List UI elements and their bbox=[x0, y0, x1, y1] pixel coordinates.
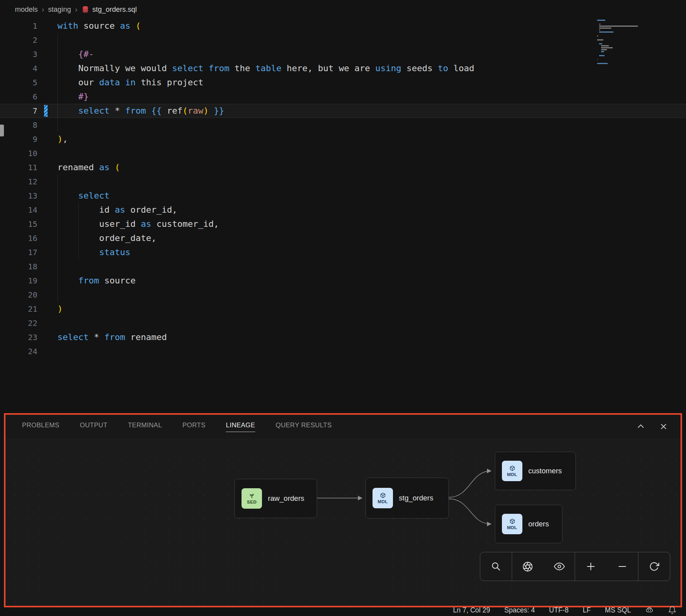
code-text: Normally we would select from the table … bbox=[57, 61, 474, 75]
close-panel-icon[interactable] bbox=[659, 422, 668, 431]
code-text: select * from renamed bbox=[57, 330, 167, 344]
code-line[interactable]: 11renamed as ( bbox=[0, 160, 686, 175]
code-text: {#- bbox=[57, 47, 94, 61]
code-line[interactable]: 19 from source bbox=[0, 274, 686, 288]
lineage-node-stg-orders[interactable]: MDL stg_orders bbox=[365, 478, 449, 519]
tab-problems[interactable]: PROBLEMS bbox=[22, 421, 59, 432]
code-line[interactable]: 8 bbox=[0, 118, 686, 132]
code-line[interactable]: 10 bbox=[0, 146, 686, 160]
copilot-icon[interactable] bbox=[645, 606, 654, 614]
status-indentation[interactable]: Spaces: 4 bbox=[504, 606, 535, 614]
code-line[interactable]: 4 Normally we would select from the tabl… bbox=[0, 61, 686, 75]
aperture-icon[interactable] bbox=[512, 552, 544, 581]
code-line[interactable]: 24 bbox=[0, 344, 686, 359]
status-eol[interactable]: LF bbox=[583, 606, 590, 614]
line-number[interactable]: 18 bbox=[0, 259, 37, 274]
code-line[interactable]: 17 status bbox=[0, 245, 686, 259]
refresh-icon[interactable] bbox=[638, 552, 670, 581]
line-number[interactable]: 10 bbox=[0, 146, 37, 160]
panel-tabs: PROBLEMS OUTPUT TERMINAL PORTS LINEAGE Q… bbox=[6, 415, 680, 438]
tab-terminal[interactable]: TERMINAL bbox=[128, 421, 162, 432]
collapse-panel-icon[interactable] bbox=[636, 422, 645, 431]
model-badge-label: MDL bbox=[507, 525, 517, 530]
line-number[interactable]: 20 bbox=[0, 288, 37, 302]
tab-output[interactable]: OUTPUT bbox=[80, 421, 107, 432]
tab-query-results[interactable]: QUERY RESULTS bbox=[276, 421, 332, 432]
zoom-out-icon[interactable] bbox=[607, 552, 638, 581]
code-line[interactable]: 1with source as ( bbox=[0, 19, 686, 33]
line-number[interactable]: 1 bbox=[0, 19, 37, 33]
code-line[interactable]: 5 our data in this project bbox=[0, 75, 686, 90]
line-number[interactable]: 7 bbox=[0, 104, 37, 118]
code-line[interactable]: 12 bbox=[0, 175, 686, 189]
code-text: status bbox=[57, 245, 130, 259]
lineage-node-raw-orders[interactable]: SED raw_orders bbox=[234, 479, 317, 518]
gutter-gap bbox=[37, 118, 57, 132]
code-line[interactable]: 2 bbox=[0, 33, 686, 47]
lineage-node-customers[interactable]: MDL customers bbox=[495, 452, 576, 490]
status-cursor-position[interactable]: Ln 7, Col 29 bbox=[453, 606, 490, 614]
code-line[interactable]: 23select * from renamed bbox=[0, 330, 686, 344]
gutter-gap bbox=[37, 330, 57, 344]
tab-lineage[interactable]: LINEAGE bbox=[226, 421, 255, 432]
gutter-gap bbox=[37, 259, 57, 274]
code-text: ) bbox=[57, 302, 63, 316]
code-line[interactable]: 21) bbox=[0, 302, 686, 316]
breadcrumb-staging[interactable]: staging bbox=[48, 6, 71, 14]
zoom-in-icon[interactable] bbox=[575, 552, 607, 581]
status-language-mode[interactable]: MS SQL bbox=[605, 606, 631, 614]
minimap[interactable] bbox=[597, 20, 666, 67]
line-number[interactable]: 8 bbox=[0, 118, 37, 132]
code-line[interactable]: 13 select bbox=[0, 189, 686, 203]
line-number[interactable]: 13 bbox=[0, 189, 37, 203]
code-line[interactable]: 18 bbox=[0, 259, 686, 274]
minimap-line bbox=[601, 45, 609, 46]
status-encoding[interactable]: UTF-8 bbox=[549, 606, 569, 614]
line-number[interactable]: 12 bbox=[0, 175, 37, 189]
line-number[interactable]: 16 bbox=[0, 231, 37, 245]
bell-icon[interactable] bbox=[668, 606, 677, 614]
code-line[interactable]: 7 select * from {{ ref(raw) }} bbox=[0, 104, 686, 118]
code-text: select * from {{ ref(raw) }} bbox=[57, 104, 224, 118]
minimap-line bbox=[599, 26, 638, 27]
code-line[interactable]: 14 id as order_id, bbox=[0, 203, 686, 217]
indent-guide bbox=[57, 175, 58, 302]
line-number[interactable]: 19 bbox=[0, 274, 37, 288]
code-line[interactable]: 22 bbox=[0, 316, 686, 330]
line-number[interactable]: 4 bbox=[0, 61, 37, 75]
eye-icon[interactable] bbox=[544, 552, 575, 581]
line-number[interactable]: 2 bbox=[0, 33, 37, 47]
code-line[interactable]: 16 order_date, bbox=[0, 231, 686, 245]
line-number[interactable]: 3 bbox=[0, 47, 37, 61]
gutter-gap bbox=[37, 104, 57, 118]
line-number[interactable]: 5 bbox=[0, 75, 37, 90]
lineage-toolbar bbox=[480, 552, 670, 581]
line-number[interactable]: 22 bbox=[0, 316, 37, 330]
seed-badge: SED bbox=[242, 488, 262, 509]
node-label: stg_orders bbox=[399, 494, 433, 502]
left-edge-handle[interactable] bbox=[0, 125, 4, 136]
tab-ports[interactable]: PORTS bbox=[183, 421, 206, 432]
line-number[interactable]: 17 bbox=[0, 245, 37, 259]
code-line[interactable]: 3 {#- bbox=[0, 47, 686, 61]
line-number[interactable]: 21 bbox=[0, 302, 37, 316]
code-line[interactable]: 20 bbox=[0, 288, 686, 302]
line-number[interactable]: 6 bbox=[0, 90, 37, 104]
code-line[interactable]: 15 user_id as customer_id, bbox=[0, 217, 686, 231]
lineage-node-orders[interactable]: MDL orders bbox=[495, 505, 562, 543]
cube-icon bbox=[380, 492, 386, 499]
line-number[interactable]: 15 bbox=[0, 217, 37, 231]
editor[interactable]: 1with source as (23 {#-4 Normally we wou… bbox=[0, 19, 686, 373]
code-line[interactable]: 6 #} bbox=[0, 90, 686, 104]
line-number[interactable]: 24 bbox=[0, 344, 37, 359]
node-label: orders bbox=[528, 520, 549, 528]
search-icon[interactable] bbox=[480, 552, 512, 581]
line-number[interactable]: 9 bbox=[0, 132, 37, 146]
line-number[interactable]: 14 bbox=[0, 203, 37, 217]
line-number[interactable]: 23 bbox=[0, 330, 37, 344]
breadcrumb-file[interactable]: stg_orders.sql bbox=[81, 6, 137, 14]
line-number[interactable]: 11 bbox=[0, 160, 37, 175]
lineage-canvas[interactable]: SED raw_orders MDL stg_orders bbox=[6, 438, 680, 606]
code-line[interactable]: 9), bbox=[0, 132, 686, 146]
breadcrumb-models[interactable]: models bbox=[15, 6, 38, 14]
